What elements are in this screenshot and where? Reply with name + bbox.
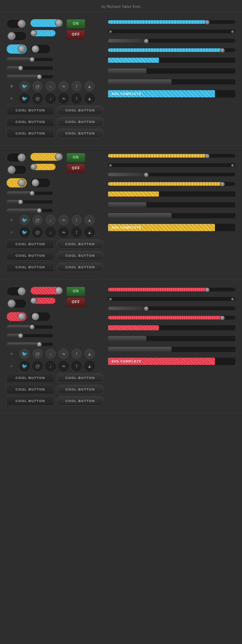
slider-knob[interactable]: [37, 74, 42, 79]
right-slider-knob[interactable]: [144, 39, 149, 44]
cool-button-1-blue[interactable]: COOL BUTTON: [7, 106, 54, 115]
right-slider-track-2[interactable]: [108, 29, 235, 34]
right-slider-knob[interactable]: [205, 287, 210, 292]
h-slider-3-yellow[interactable]: [7, 208, 53, 213]
slider-dot-right[interactable]: [231, 164, 234, 167]
cool-button-5-red[interactable]: COOL BUTTON: [7, 396, 54, 406]
icon-twitter-r-dark[interactable]: 🐦: [20, 361, 30, 371]
icon-music-y-dark[interactable]: ♪: [46, 227, 56, 237]
icon-music-r-dark[interactable]: ♪: [46, 361, 56, 371]
slider-dot-left[interactable]: [109, 297, 112, 301]
right-slider-track-4[interactable]: [108, 48, 235, 52]
cool-button-3-red[interactable]: COOL BUTTON: [7, 385, 54, 394]
icon-plus-y-dark[interactable]: +: [7, 227, 17, 237]
h-slider-1-red[interactable]: [7, 325, 53, 329]
icon-music[interactable]: ♪: [46, 81, 56, 91]
toggle-large-on-red[interactable]: [7, 287, 27, 296]
on-button-red[interactable]: ON: [66, 287, 85, 296]
icon-at-y-dark[interactable]: @: [33, 227, 43, 237]
slider-dot-right[interactable]: [231, 30, 234, 34]
icon-at-r-dark[interactable]: @: [33, 361, 43, 371]
icon-twitter-y-dark[interactable]: 🐦: [20, 227, 30, 237]
toggle-large-off-yellow[interactable]: [7, 165, 27, 175]
cool-button-2-red[interactable]: COOL BUTTON: [56, 373, 104, 383]
toggle-large-off-blue[interactable]: [7, 31, 27, 41]
icon-music-y[interactable]: ♪: [46, 215, 56, 225]
icon-rss-r[interactable]: ❧: [59, 349, 69, 359]
cool-button-1-yellow[interactable]: COOL BUTTON: [7, 239, 54, 249]
on-button-blue[interactable]: ON: [66, 19, 85, 28]
slider-knob[interactable]: [37, 208, 42, 213]
pill-toggle-on-red[interactable]: [7, 312, 27, 321]
cool-button-3-blue[interactable]: COOL BUTTON: [7, 117, 54, 127]
icon-music-r[interactable]: ♪: [46, 349, 56, 359]
icon-rss-dark[interactable]: ❧: [59, 93, 69, 103]
icon-plus-r-dark[interactable]: +: [7, 361, 17, 371]
slider-knob[interactable]: [30, 191, 35, 196]
h-slider-2-blue[interactable]: [7, 66, 53, 70]
icon-up-dark[interactable]: ▲: [85, 93, 95, 103]
slider-knob[interactable]: [18, 66, 23, 71]
slider-dot-left[interactable]: [109, 30, 112, 34]
cool-button-6-yellow[interactable]: COOL BUTTON: [56, 263, 104, 272]
icon-facebook-dark[interactable]: f: [72, 93, 82, 103]
off-button-blue[interactable]: OFF: [66, 30, 85, 39]
icon-up-r[interactable]: ▲: [85, 349, 95, 359]
right-slider-4-red[interactable]: [108, 316, 235, 320]
icon-twitter-y[interactable]: 🐦: [20, 215, 30, 225]
cool-button-6-red[interactable]: COOL BUTTON: [56, 396, 104, 406]
cool-button-5-blue[interactable]: COOL BUTTON: [7, 129, 54, 138]
right-slider-track-3[interactable]: [108, 39, 235, 43]
icon-at-r[interactable]: @: [33, 349, 43, 359]
off-button-yellow[interactable]: OFF: [66, 164, 85, 173]
track-toggle-off-yellow[interactable]: [30, 164, 56, 170]
icon-plus-dark[interactable]: +: [7, 93, 17, 103]
icon-twitter-r[interactable]: 🐦: [20, 349, 30, 359]
track-toggle-on-blue[interactable]: [30, 19, 63, 27]
h-slider-1-blue[interactable]: [7, 57, 53, 62]
icon-up-y[interactable]: ▲: [85, 215, 95, 225]
right-slider-knob[interactable]: [205, 154, 210, 159]
icon-plus-y[interactable]: +: [7, 215, 17, 225]
cool-button-6-blue[interactable]: COOL BUTTON: [56, 129, 104, 138]
pill-toggle-off-yellow[interactable]: [30, 178, 51, 188]
right-slider-knob[interactable]: [220, 48, 225, 53]
icon-twitter-dark[interactable]: 🐦: [20, 93, 30, 103]
icon-rss[interactable]: ❧: [59, 81, 69, 91]
icon-up-r-dark[interactable]: ▲: [85, 361, 95, 371]
slider-knob[interactable]: [18, 199, 23, 204]
slider-dot-left[interactable]: [109, 164, 112, 167]
off-button-red[interactable]: OFF: [66, 297, 85, 307]
right-slider-1-yellow[interactable]: [108, 154, 235, 158]
right-slider-track-1[interactable]: [108, 20, 235, 24]
cool-button-1-red[interactable]: COOL BUTTON: [7, 373, 54, 383]
icon-up-y-dark[interactable]: ▲: [85, 227, 95, 237]
h-slider-3-blue[interactable]: [7, 75, 53, 79]
track-toggle-off-blue[interactable]: [30, 30, 56, 36]
toggle-large-on-yellow[interactable]: [7, 153, 27, 162]
icon-facebook-r[interactable]: f: [72, 349, 82, 359]
icon-rss-r-dark[interactable]: ❧: [59, 361, 69, 371]
cool-button-2-blue[interactable]: COOL BUTTON: [56, 106, 104, 115]
icon-at-y[interactable]: @: [33, 215, 43, 225]
icon-facebook-r-dark[interactable]: f: [72, 361, 82, 371]
icon-twitter[interactable]: 🐦: [20, 81, 30, 91]
icon-facebook-y-dark[interactable]: f: [72, 227, 82, 237]
slider-dot-right[interactable]: [231, 297, 234, 301]
icon-at[interactable]: @: [33, 81, 43, 91]
pill-toggle-on-blue[interactable]: [7, 44, 27, 54]
icon-plus[interactable]: +: [7, 81, 17, 91]
icon-music-dark[interactable]: ♪: [46, 93, 56, 103]
icon-facebook-y[interactable]: f: [72, 215, 82, 225]
h-slider-3-red[interactable]: [7, 342, 53, 347]
icon-up[interactable]: ▲: [85, 81, 95, 91]
right-slider-2-yellow[interactable]: [108, 163, 235, 167]
slider-knob[interactable]: [18, 333, 23, 338]
icon-rss-y[interactable]: ❧: [59, 215, 69, 225]
pill-toggle-off-red[interactable]: [30, 312, 51, 321]
icon-facebook[interactable]: f: [72, 81, 82, 91]
right-slider-4-yellow[interactable]: [108, 182, 235, 186]
track-toggle-on-red[interactable]: [30, 287, 63, 295]
slider-knob[interactable]: [30, 325, 35, 330]
icon-rss-y-dark[interactable]: ❧: [59, 227, 69, 237]
